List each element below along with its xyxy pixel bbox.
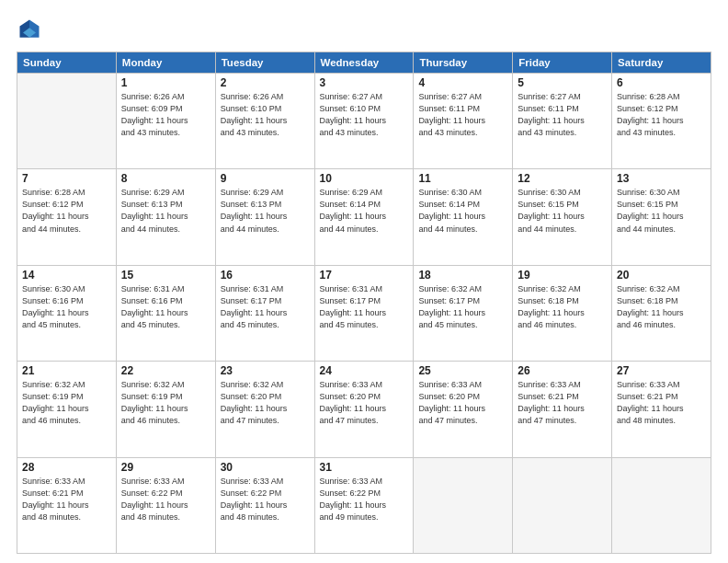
day-number: 27: [617, 364, 706, 377]
day-info: Sunrise: 6:33 AM Sunset: 6:21 PM Dayligh…: [617, 379, 706, 427]
day-info: Sunrise: 6:29 AM Sunset: 6:14 PM Dayligh…: [320, 187, 409, 235]
day-info: Sunrise: 6:33 AM Sunset: 6:22 PM Dayligh…: [121, 476, 210, 523]
day-number: 20: [617, 269, 706, 282]
day-info: Sunrise: 6:30 AM Sunset: 6:15 PM Dayligh…: [518, 187, 607, 235]
day-info: Sunrise: 6:27 AM Sunset: 6:10 PM Dayligh…: [320, 91, 409, 139]
day-info: Sunrise: 6:28 AM Sunset: 6:12 PM Dayligh…: [22, 187, 111, 235]
calendar-cell: 19Sunrise: 6:32 AM Sunset: 6:18 PM Dayli…: [513, 265, 612, 361]
calendar-cell: 25Sunrise: 6:33 AM Sunset: 6:20 PM Dayli…: [414, 362, 513, 457]
day-number: 10: [320, 172, 409, 185]
calendar-cell: 2Sunrise: 6:26 AM Sunset: 6:10 PM Daylig…: [215, 74, 314, 169]
calendar-cell: 6Sunrise: 6:28 AM Sunset: 6:12 PM Daylig…: [612, 74, 711, 169]
day-info: Sunrise: 6:32 AM Sunset: 6:17 PM Dayligh…: [418, 283, 507, 331]
day-number: 5: [518, 76, 607, 89]
calendar-cell: 9Sunrise: 6:29 AM Sunset: 6:13 PM Daylig…: [215, 169, 314, 265]
calendar-cell: 10Sunrise: 6:29 AM Sunset: 6:14 PM Dayli…: [314, 169, 414, 265]
calendar-cell: 29Sunrise: 6:33 AM Sunset: 6:22 PM Dayli…: [116, 457, 215, 553]
calendar-cell: 22Sunrise: 6:32 AM Sunset: 6:19 PM Dayli…: [116, 362, 215, 457]
day-number: 12: [518, 172, 607, 185]
calendar-cell: [414, 457, 513, 553]
calendar-cell: 24Sunrise: 6:33 AM Sunset: 6:20 PM Dayli…: [314, 362, 414, 457]
calendar-cell: 13Sunrise: 6:30 AM Sunset: 6:15 PM Dayli…: [612, 169, 711, 265]
day-number: 3: [320, 76, 409, 89]
day-number: 19: [518, 269, 607, 282]
day-number: 26: [518, 364, 607, 377]
day-info: Sunrise: 6:28 AM Sunset: 6:12 PM Dayligh…: [617, 91, 706, 139]
calendar-cell: [17, 74, 117, 169]
day-info: Sunrise: 6:33 AM Sunset: 6:22 PM Dayligh…: [320, 476, 409, 523]
day-number: 8: [121, 172, 210, 185]
day-number: 31: [320, 461, 409, 474]
day-info: Sunrise: 6:33 AM Sunset: 6:21 PM Dayligh…: [518, 379, 607, 427]
calendar-cell: 16Sunrise: 6:31 AM Sunset: 6:17 PM Dayli…: [215, 265, 314, 361]
calendar-cell: 5Sunrise: 6:27 AM Sunset: 6:11 PM Daylig…: [513, 74, 612, 169]
day-number: 21: [22, 364, 111, 377]
day-info: Sunrise: 6:31 AM Sunset: 6:17 PM Dayligh…: [320, 283, 409, 331]
calendar-cell: 11Sunrise: 6:30 AM Sunset: 6:14 PM Dayli…: [414, 169, 513, 265]
day-number: 17: [320, 269, 409, 282]
day-number: 13: [617, 172, 706, 185]
day-info: Sunrise: 6:27 AM Sunset: 6:11 PM Dayligh…: [418, 91, 507, 139]
day-info: Sunrise: 6:29 AM Sunset: 6:13 PM Dayligh…: [121, 187, 210, 235]
day-info: Sunrise: 6:33 AM Sunset: 6:20 PM Dayligh…: [320, 379, 409, 427]
calendar-cell: 23Sunrise: 6:32 AM Sunset: 6:20 PM Dayli…: [215, 362, 314, 457]
day-number: 15: [121, 269, 210, 282]
calendar-cell: [612, 457, 711, 553]
day-info: Sunrise: 6:30 AM Sunset: 6:15 PM Dayligh…: [617, 187, 706, 235]
header: [17, 17, 711, 42]
day-info: Sunrise: 6:33 AM Sunset: 6:20 PM Dayligh…: [418, 379, 507, 427]
page: SundayMondayTuesdayWednesdayThursdayFrid…: [0, 0, 728, 563]
day-info: Sunrise: 6:26 AM Sunset: 6:10 PM Dayligh…: [221, 91, 310, 139]
calendar-cell: 8Sunrise: 6:29 AM Sunset: 6:13 PM Daylig…: [116, 169, 215, 265]
weekday-header-wednesday: Wednesday: [314, 52, 414, 74]
day-info: Sunrise: 6:30 AM Sunset: 6:14 PM Dayligh…: [418, 187, 507, 235]
calendar-cell: 18Sunrise: 6:32 AM Sunset: 6:17 PM Dayli…: [414, 265, 513, 361]
calendar-cell: 15Sunrise: 6:31 AM Sunset: 6:16 PM Dayli…: [116, 265, 215, 361]
day-info: Sunrise: 6:32 AM Sunset: 6:19 PM Dayligh…: [22, 379, 111, 427]
day-info: Sunrise: 6:30 AM Sunset: 6:16 PM Dayligh…: [22, 283, 111, 331]
calendar-cell: 31Sunrise: 6:33 AM Sunset: 6:22 PM Dayli…: [314, 457, 414, 553]
calendar-cell: 26Sunrise: 6:33 AM Sunset: 6:21 PM Dayli…: [513, 362, 612, 457]
day-info: Sunrise: 6:32 AM Sunset: 6:18 PM Dayligh…: [617, 283, 706, 331]
calendar-cell: 7Sunrise: 6:28 AM Sunset: 6:12 PM Daylig…: [17, 169, 117, 265]
day-info: Sunrise: 6:31 AM Sunset: 6:16 PM Dayligh…: [121, 283, 210, 331]
calendar-cell: 1Sunrise: 6:26 AM Sunset: 6:09 PM Daylig…: [116, 74, 215, 169]
day-number: 30: [221, 461, 310, 474]
calendar-cell: 30Sunrise: 6:33 AM Sunset: 6:22 PM Dayli…: [215, 457, 314, 553]
calendar-table: SundayMondayTuesdayWednesdayThursdayFrid…: [17, 52, 711, 554]
logo: [17, 17, 46, 42]
weekday-header-tuesday: Tuesday: [215, 52, 314, 74]
weekday-header-thursday: Thursday: [414, 52, 513, 74]
calendar-cell: 17Sunrise: 6:31 AM Sunset: 6:17 PM Dayli…: [314, 265, 414, 361]
day-info: Sunrise: 6:32 AM Sunset: 6:19 PM Dayligh…: [121, 379, 210, 427]
calendar-cell: 3Sunrise: 6:27 AM Sunset: 6:10 PM Daylig…: [314, 74, 414, 169]
weekday-header-friday: Friday: [513, 52, 612, 74]
calendar-cell: 27Sunrise: 6:33 AM Sunset: 6:21 PM Dayli…: [612, 362, 711, 457]
day-number: 18: [418, 269, 507, 282]
day-info: Sunrise: 6:29 AM Sunset: 6:13 PM Dayligh…: [221, 187, 310, 235]
day-number: 14: [22, 269, 111, 282]
weekday-header-sunday: Sunday: [17, 52, 117, 74]
calendar-cell: 4Sunrise: 6:27 AM Sunset: 6:11 PM Daylig…: [414, 74, 513, 169]
day-info: Sunrise: 6:26 AM Sunset: 6:09 PM Dayligh…: [121, 91, 210, 139]
calendar-cell: 28Sunrise: 6:33 AM Sunset: 6:21 PM Dayli…: [17, 457, 117, 553]
day-number: 28: [22, 461, 111, 474]
calendar-cell: [513, 457, 612, 553]
day-info: Sunrise: 6:33 AM Sunset: 6:22 PM Dayligh…: [221, 476, 310, 523]
day-number: 22: [121, 364, 210, 377]
weekday-header-monday: Monday: [116, 52, 215, 74]
day-number: 24: [320, 364, 409, 377]
calendar-cell: 20Sunrise: 6:32 AM Sunset: 6:18 PM Dayli…: [612, 265, 711, 361]
day-number: 29: [121, 461, 210, 474]
day-number: 7: [22, 172, 111, 185]
day-info: Sunrise: 6:32 AM Sunset: 6:20 PM Dayligh…: [221, 379, 310, 427]
day-number: 9: [221, 172, 310, 185]
day-number: 2: [221, 76, 310, 89]
day-number: 16: [221, 269, 310, 282]
day-number: 23: [221, 364, 310, 377]
calendar-cell: 12Sunrise: 6:30 AM Sunset: 6:15 PM Dayli…: [513, 169, 612, 265]
calendar-cell: 14Sunrise: 6:30 AM Sunset: 6:16 PM Dayli…: [17, 265, 117, 361]
day-number: 1: [121, 76, 210, 89]
day-number: 6: [617, 76, 706, 89]
day-info: Sunrise: 6:32 AM Sunset: 6:18 PM Dayligh…: [518, 283, 607, 331]
